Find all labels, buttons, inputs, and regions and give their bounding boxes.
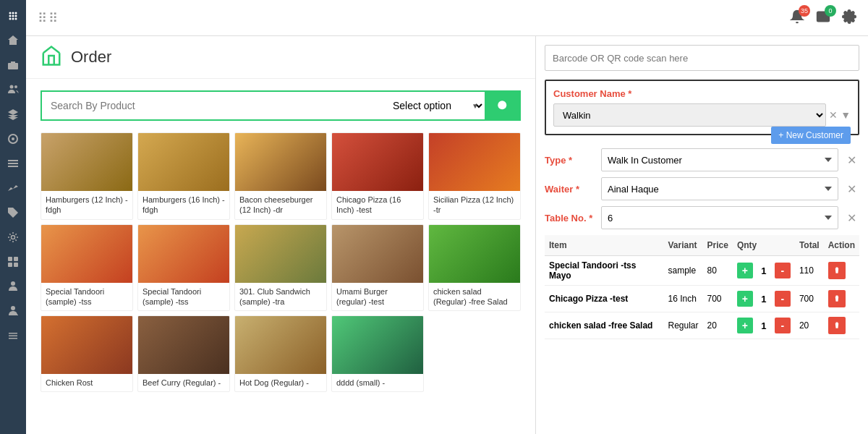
product-card[interactable]: Beef Curry (Regular) - (137, 315, 230, 392)
product-card[interactable]: Chicago Pizza (16 Inch) -test (331, 132, 424, 220)
svg-point-3 (9, 15, 12, 17)
svg-point-30 (498, 101, 506, 109)
customer-dropdown-btn[interactable]: ▼ (841, 109, 851, 121)
waiter-clear-btn[interactable]: ✕ (844, 182, 859, 196)
qty-minus-btn[interactable]: - (775, 291, 791, 307)
product-card[interactable]: dddd (small) - (331, 315, 424, 392)
order-item-action (824, 256, 859, 286)
product-card[interactable]: Hamburgers (12 Inch) -fdgh (41, 132, 133, 220)
svg-point-7 (12, 18, 14, 20)
topbar-dots: ⠿⠿ (38, 10, 59, 26)
svg-point-11 (14, 85, 17, 88)
product-name: Beef Curry (Regular) - (138, 374, 229, 391)
sidebar-icon-briefcase[interactable] (3, 55, 23, 75)
order-item-total: 110 (795, 256, 824, 286)
qty-number: 1 (754, 294, 773, 305)
qty-plus-btn[interactable]: + (737, 263, 753, 278)
sidebar-icon-list[interactable] (3, 153, 23, 174)
order-item-price: 700 (703, 286, 733, 312)
sidebar-icon-home[interactable] (3, 30, 23, 51)
product-card[interactable]: Special Tandoori (sample) -tss (41, 224, 133, 312)
sidebar-icon-gear[interactable] (3, 227, 23, 247)
search-button[interactable] (485, 90, 521, 121)
sidebar-icon-tag[interactable] (3, 203, 23, 223)
message-icon-wrap[interactable]: 0 (816, 9, 830, 27)
sidebar-icon-chart[interactable] (3, 178, 23, 198)
barcode-input[interactable] (545, 45, 859, 71)
type-clear-btn[interactable]: ✕ (844, 153, 859, 167)
sidebar-icon-puzzle[interactable] (3, 252, 23, 272)
delete-item-btn[interactable] (828, 262, 846, 279)
svg-point-23 (11, 281, 15, 286)
sidebar-icon-user2[interactable] (3, 301, 23, 321)
svg-rect-14 (8, 160, 18, 161)
sidebar-icon-layers[interactable] (3, 104, 23, 124)
sidebar (0, 0, 26, 434)
svg-line-31 (505, 108, 507, 110)
main-container: ⠿⠿ 35 0 Order (26, 0, 868, 434)
sidebar-icon-circle[interactable] (3, 129, 23, 149)
delete-item-btn[interactable] (828, 290, 846, 307)
col-qnty: Qnty (733, 235, 795, 256)
new-customer-button[interactable]: + New Customer (771, 127, 851, 144)
order-item-variant: sample (663, 256, 702, 286)
order-item-total: 20 (795, 312, 824, 339)
product-name: Hamburgers (12 Inch) -fdgh (41, 191, 132, 219)
product-name: Special Tandoori (sample) -tss (41, 283, 132, 311)
product-card[interactable]: Chicken Rost (41, 315, 133, 392)
order-item-action (824, 286, 859, 312)
notification-icon-wrap[interactable]: 35 (790, 9, 804, 27)
order-item-qty: + 1 - (733, 256, 795, 286)
svg-point-5 (15, 15, 17, 17)
product-name: Hamburgers (16 Inch) -fdgh (138, 191, 229, 219)
svg-rect-27 (9, 336, 17, 337)
svg-rect-21 (8, 263, 12, 267)
customer-label: Customer Name * (553, 88, 851, 99)
product-image (429, 225, 520, 283)
table-clear-btn[interactable]: ✕ (844, 211, 859, 225)
customer-select[interactable]: Walkin (553, 103, 826, 127)
page-header: Order (26, 36, 535, 79)
product-image (41, 133, 132, 191)
svg-rect-19 (8, 257, 12, 261)
product-card[interactable]: Hot Dog (Regular) - (234, 315, 327, 392)
product-name: dddd (small) - (332, 374, 423, 391)
product-card[interactable]: Bacon cheeseburger (12 Inch) -dr (234, 132, 327, 220)
select-option[interactable]: Select option Category Brand (383, 92, 485, 119)
product-card[interactable]: Hamburgers (16 Inch) -fdgh (137, 132, 230, 220)
search-bar: Select option Category Brand (26, 79, 535, 132)
topbar-right: 35 0 (790, 9, 856, 27)
table-select[interactable]: 6 (601, 206, 838, 229)
svg-rect-22 (14, 263, 18, 267)
settings-icon-wrap[interactable] (842, 9, 856, 27)
qty-plus-btn[interactable]: + (737, 318, 753, 333)
select-option-wrapper[interactable]: Select option Category Brand (383, 90, 485, 121)
product-card[interactable]: Special Tandoori (sample) -tss (137, 224, 230, 312)
product-card[interactable]: Umami Burger (regular) -test (331, 224, 424, 312)
product-card[interactable]: Sicilian Pizza (12 Inch) -tr (428, 132, 521, 220)
topbar: ⠿⠿ 35 0 (26, 0, 868, 36)
product-card[interactable]: 301. Club Sandwich (sample) -tra (234, 224, 327, 312)
qty-minus-btn[interactable]: - (775, 318, 791, 333)
svg-point-0 (9, 12, 12, 14)
type-select[interactable]: Walk In Customer (601, 148, 838, 171)
type-label: Type * (545, 155, 595, 166)
waiter-select[interactable]: Ainal Haque (601, 177, 838, 200)
order-table-header-row: Item Variant Price Qnty Total Action (545, 235, 859, 256)
order-table-row: chicken salad -free Salad Regular 20 + 1… (545, 312, 859, 339)
customer-clear-btn[interactable]: ✕ (829, 109, 838, 121)
col-action: Action (824, 235, 859, 256)
product-name: Bacon cheeseburger (12 Inch) -dr (235, 191, 326, 219)
sidebar-icon-menu[interactable] (3, 326, 23, 346)
delete-item-btn[interactable] (828, 317, 846, 334)
qty-plus-btn[interactable]: + (737, 291, 753, 307)
sidebar-icon-person[interactable] (3, 276, 23, 297)
search-input[interactable] (41, 90, 383, 121)
qty-minus-btn[interactable]: - (775, 263, 791, 278)
product-card[interactable]: chicken salad (Regular) -free Salad (428, 224, 521, 312)
sidebar-icon-grid[interactable] (3, 6, 23, 26)
sidebar-icon-people[interactable] (3, 80, 23, 100)
svg-point-17 (9, 209, 11, 210)
order-item-variant: 16 Inch (663, 286, 702, 312)
svg-rect-15 (8, 163, 18, 164)
